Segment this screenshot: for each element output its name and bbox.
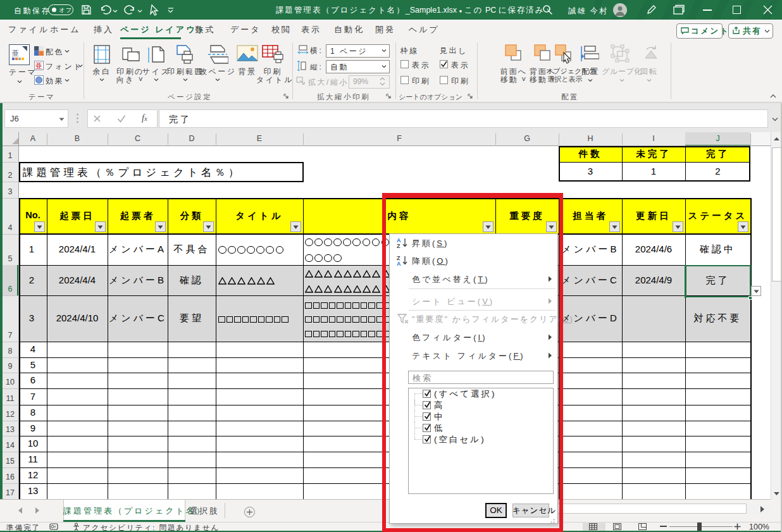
svg-text:亜: 亜 [35, 62, 42, 70]
svg-text:亜: 亜 [11, 49, 19, 57]
